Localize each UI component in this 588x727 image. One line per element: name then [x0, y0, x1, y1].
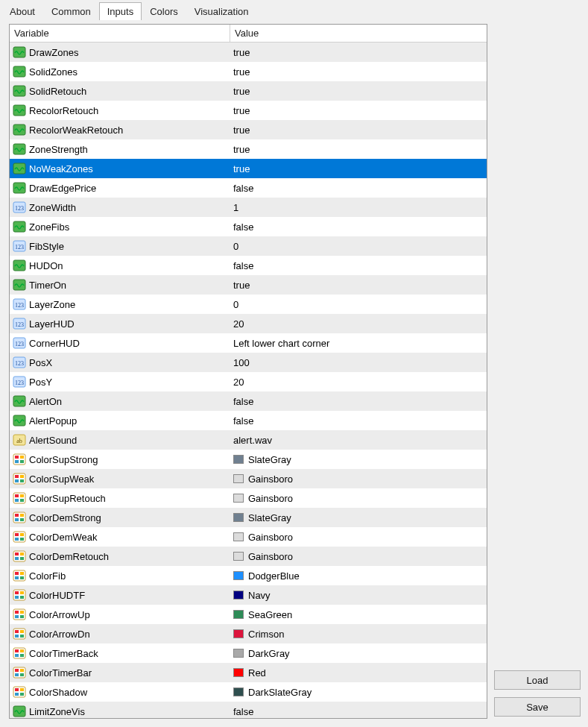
variable-cell[interactable]: RecolorRetouch: [10, 101, 230, 120]
input-row[interactable]: ColorDemStrongSlateGray: [10, 508, 487, 527]
variable-cell[interactable]: RecolorWeakRetouch: [10, 120, 230, 139]
value-cell[interactable]: SeaGreen: [230, 605, 487, 624]
variable-cell[interactable]: 123ZoneWidth: [10, 198, 230, 217]
value-cell[interactable]: false: [230, 217, 487, 236]
value-cell[interactable]: 20: [230, 314, 487, 333]
value-cell[interactable]: Crimson: [230, 624, 487, 643]
value-cell[interactable]: false: [230, 702, 487, 718]
value-cell[interactable]: 0: [230, 236, 487, 256]
value-cell[interactable]: 1: [230, 198, 487, 217]
input-row[interactable]: ColorSupStrongSlateGray: [10, 450, 487, 469]
input-row[interactable]: SolidRetouchtrue: [10, 81, 487, 101]
value-cell[interactable]: 20: [230, 372, 487, 391]
header-value[interactable]: Value: [230, 25, 487, 42]
value-cell[interactable]: false: [230, 411, 487, 430]
input-row[interactable]: TimerOntrue: [10, 275, 487, 295]
variable-cell[interactable]: LimitZoneVis: [10, 702, 230, 718]
value-cell[interactable]: DarkGray: [230, 643, 487, 663]
value-cell[interactable]: SlateGray: [230, 450, 487, 469]
input-row[interactable]: ZoneFibsfalse: [10, 217, 487, 236]
value-cell[interactable]: Left lower chart corner: [230, 333, 487, 353]
value-cell[interactable]: Gainsboro: [230, 527, 487, 547]
variable-cell[interactable]: HUDOn: [10, 256, 230, 275]
value-cell[interactable]: false: [230, 391, 487, 411]
tab-inputs[interactable]: Inputs: [99, 2, 142, 20]
variable-cell[interactable]: 123FibStyle: [10, 236, 230, 256]
variable-cell[interactable]: ColorArrowUp: [10, 605, 230, 624]
input-row[interactable]: ColorTimerBackDarkGray: [10, 643, 487, 663]
value-cell[interactable]: true: [230, 275, 487, 295]
variable-cell[interactable]: ColorDemStrong: [10, 508, 230, 527]
variable-cell[interactable]: ZoneFibs: [10, 217, 230, 236]
input-row[interactable]: ColorTimerBarRed: [10, 663, 487, 682]
input-row[interactable]: 123LayerZone0: [10, 295, 487, 314]
input-row[interactable]: LimitZoneVisfalse: [10, 702, 487, 718]
save-button[interactable]: Save: [494, 697, 581, 717]
variable-cell[interactable]: ColorFib: [10, 566, 230, 585]
variable-cell[interactable]: 123LayerHUD: [10, 314, 230, 333]
variable-cell[interactable]: ZoneStrength: [10, 139, 230, 159]
input-row[interactable]: 123FibStyle0: [10, 236, 487, 256]
input-row[interactable]: ColorArrowUpSeaGreen: [10, 605, 487, 624]
input-row[interactable]: AlertOnfalse: [10, 391, 487, 411]
input-row[interactable]: 123PosY20: [10, 372, 487, 391]
tab-common[interactable]: Common: [43, 2, 99, 20]
input-row[interactable]: DrawEdgePricefalse: [10, 178, 487, 198]
value-cell[interactable]: true: [230, 43, 487, 62]
variable-cell[interactable]: ColorDemRetouch: [10, 547, 230, 566]
value-cell[interactable]: true: [230, 159, 487, 178]
variable-cell[interactable]: ColorTimerBar: [10, 663, 230, 682]
variable-cell[interactable]: TimerOn: [10, 275, 230, 295]
variable-cell[interactable]: SolidZones: [10, 62, 230, 81]
tab-colors[interactable]: Colors: [142, 2, 186, 20]
input-row[interactable]: ColorSupRetouchGainsboro: [10, 488, 487, 508]
variable-cell[interactable]: NoWeakZones: [10, 159, 230, 178]
variable-cell[interactable]: ColorHUDTF: [10, 585, 230, 605]
value-cell[interactable]: true: [230, 62, 487, 81]
value-cell[interactable]: SlateGray: [230, 508, 487, 527]
variable-cell[interactable]: ColorSupWeak: [10, 469, 230, 488]
value-cell[interactable]: true: [230, 81, 487, 101]
input-row[interactable]: DrawZonestrue: [10, 43, 487, 62]
input-row[interactable]: AlertPopupfalse: [10, 411, 487, 430]
value-cell[interactable]: 0: [230, 295, 487, 314]
value-cell[interactable]: alert.wav: [230, 430, 487, 450]
input-row[interactable]: ColorDemRetouchGainsboro: [10, 547, 487, 566]
variable-cell[interactable]: ColorSupRetouch: [10, 488, 230, 508]
input-row[interactable]: abAlertSoundalert.wav: [10, 430, 487, 450]
variable-cell[interactable]: 123LayerZone: [10, 295, 230, 314]
value-cell[interactable]: Gainsboro: [230, 469, 487, 488]
variable-cell[interactable]: 123PosX: [10, 353, 230, 372]
input-row[interactable]: ZoneStrengthtrue: [10, 139, 487, 159]
input-row[interactable]: 123LayerHUD20: [10, 314, 487, 333]
tab-visualization[interactable]: Visualization: [186, 2, 257, 20]
value-cell[interactable]: Navy: [230, 585, 487, 605]
value-cell[interactable]: Red: [230, 663, 487, 682]
variable-cell[interactable]: 123PosY: [10, 372, 230, 391]
variable-cell[interactable]: 123CornerHUD: [10, 333, 230, 353]
variable-cell[interactable]: ColorTimerBack: [10, 643, 230, 663]
variable-cell[interactable]: DrawEdgePrice: [10, 178, 230, 198]
value-cell[interactable]: DarkSlateGray: [230, 682, 487, 702]
value-cell[interactable]: Gainsboro: [230, 547, 487, 566]
variable-cell[interactable]: AlertOn: [10, 391, 230, 411]
value-cell[interactable]: true: [230, 101, 487, 120]
input-row[interactable]: ColorShadowDarkSlateGray: [10, 682, 487, 702]
input-row[interactable]: ColorFibDodgerBlue: [10, 566, 487, 585]
grid-body[interactable]: DrawZonestrueSolidZonestrueSolidRetoucht…: [10, 43, 487, 718]
header-variable[interactable]: Variable: [10, 25, 230, 42]
input-row[interactable]: SolidZonestrue: [10, 62, 487, 81]
input-row[interactable]: RecolorWeakRetouchtrue: [10, 120, 487, 139]
value-cell[interactable]: DodgerBlue: [230, 566, 487, 585]
input-row[interactable]: ColorArrowDnCrimson: [10, 624, 487, 643]
value-cell[interactable]: Gainsboro: [230, 488, 487, 508]
tab-about[interactable]: About: [1, 2, 43, 20]
input-row[interactable]: HUDOnfalse: [10, 256, 487, 275]
input-row[interactable]: ColorDemWeakGainsboro: [10, 527, 487, 547]
variable-cell[interactable]: ColorShadow: [10, 682, 230, 702]
variable-cell[interactable]: abAlertSound: [10, 430, 230, 450]
variable-cell[interactable]: AlertPopup: [10, 411, 230, 430]
value-cell[interactable]: false: [230, 178, 487, 198]
variable-cell[interactable]: DrawZones: [10, 43, 230, 62]
input-row[interactable]: 123ZoneWidth1: [10, 198, 487, 217]
